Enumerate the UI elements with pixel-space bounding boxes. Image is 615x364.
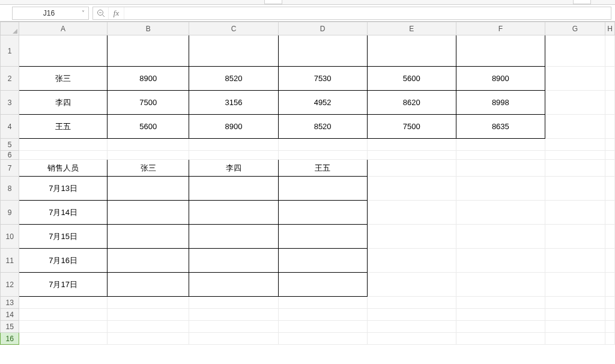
cell[interactable]: [545, 115, 605, 139]
t2-cell[interactable]: [278, 177, 367, 201]
row-header[interactable]: 5: [1, 139, 19, 151]
cell[interactable]: [367, 160, 456, 177]
cell[interactable]: [545, 160, 605, 177]
t1-val[interactable]: 8520: [189, 67, 278, 91]
cell[interactable]: [189, 309, 278, 321]
row-header[interactable]: 8: [1, 177, 19, 201]
t2-cell[interactable]: [189, 177, 278, 201]
cell[interactable]: [367, 225, 456, 249]
cell[interactable]: [605, 309, 615, 321]
cell[interactable]: [278, 333, 367, 345]
t1-head[interactable]: 2024/7/14: [189, 35, 278, 67]
col-header[interactable]: E: [367, 22, 456, 35]
spreadsheet-grid[interactable]: A B C D E F G H 1 日期 销量 姓名 2024/7/13 202…: [0, 22, 615, 345]
cell[interactable]: [456, 201, 545, 225]
cell[interactable]: [545, 91, 605, 115]
cell[interactable]: [545, 333, 605, 345]
cell[interactable]: [107, 151, 189, 160]
cell[interactable]: [189, 151, 278, 160]
col-header[interactable]: D: [278, 22, 367, 35]
fx-icon[interactable]: fx: [109, 7, 124, 19]
cell[interactable]: [278, 297, 367, 309]
zoom-minus-icon[interactable]: [93, 7, 109, 19]
t2-date[interactable]: 7月16日: [19, 249, 108, 273]
t2-date[interactable]: 7月14日: [19, 201, 108, 225]
cell[interactable]: [605, 321, 615, 333]
cell[interactable]: [367, 139, 456, 151]
col-header[interactable]: A: [19, 22, 108, 35]
row-header-active[interactable]: 16: [1, 333, 19, 345]
cell[interactable]: [367, 249, 456, 273]
cell[interactable]: [456, 321, 545, 333]
cell[interactable]: [605, 249, 615, 273]
t1-head[interactable]: 2024/7/16: [367, 35, 456, 67]
cell[interactable]: [278, 139, 367, 151]
row-header[interactable]: 2: [1, 67, 19, 91]
cell[interactable]: [605, 225, 615, 249]
select-all-corner[interactable]: [1, 22, 19, 35]
t2-cell[interactable]: [189, 201, 278, 225]
cell[interactable]: [545, 321, 605, 333]
t1-head[interactable]: 2024/7/15: [278, 35, 367, 67]
cell[interactable]: [456, 160, 545, 177]
t2-cell[interactable]: [278, 201, 367, 225]
row-header[interactable]: 6: [1, 151, 19, 160]
cell[interactable]: [545, 151, 605, 160]
t2-cell[interactable]: [278, 225, 367, 249]
cell[interactable]: [19, 321, 108, 333]
t2-cell[interactable]: [107, 225, 189, 249]
row-header[interactable]: 13: [1, 297, 19, 309]
t2-date[interactable]: 7月15日: [19, 225, 108, 249]
cell[interactable]: [605, 115, 615, 139]
cell[interactable]: [367, 297, 456, 309]
t2-cell[interactable]: [107, 177, 189, 201]
cell[interactable]: [367, 321, 456, 333]
cell[interactable]: [545, 139, 605, 151]
cell[interactable]: [545, 225, 605, 249]
t2-head[interactable]: 销售人员: [19, 160, 108, 177]
diag-header-cell[interactable]: 日期 销量 姓名: [19, 35, 108, 67]
t2-cell[interactable]: [278, 273, 367, 297]
row-header[interactable]: 7: [1, 160, 19, 177]
t2-date[interactable]: 7月13日: [19, 177, 108, 201]
cell[interactable]: [189, 333, 278, 345]
cell[interactable]: [545, 249, 605, 273]
t2-cell[interactable]: [107, 273, 189, 297]
t1-val[interactable]: 8620: [367, 91, 456, 115]
cell[interactable]: [545, 273, 605, 297]
cell[interactable]: [456, 249, 545, 273]
t1-val[interactable]: 5600: [107, 115, 189, 139]
cell[interactable]: [189, 321, 278, 333]
row-header[interactable]: 9: [1, 201, 19, 225]
t1-name[interactable]: 张三: [19, 67, 108, 91]
row-header[interactable]: 15: [1, 321, 19, 333]
cell[interactable]: [367, 273, 456, 297]
t2-cell[interactable]: [189, 249, 278, 273]
cell[interactable]: [189, 139, 278, 151]
cell[interactable]: [545, 177, 605, 201]
t2-head[interactable]: 张三: [107, 160, 189, 177]
t2-cell[interactable]: [278, 249, 367, 273]
cell[interactable]: [456, 151, 545, 160]
t1-val[interactable]: 4952: [278, 91, 367, 115]
cell[interactable]: [107, 139, 189, 151]
t1-val[interactable]: 8998: [456, 91, 545, 115]
cell[interactable]: [367, 201, 456, 225]
t1-val[interactable]: 8900: [456, 67, 545, 91]
row-header[interactable]: 1: [1, 35, 19, 67]
t2-cell[interactable]: [107, 201, 189, 225]
t2-cell[interactable]: [189, 225, 278, 249]
t1-head[interactable]: 2024/7/17: [456, 35, 545, 67]
formula-input[interactable]: [124, 7, 611, 19]
t2-head[interactable]: 李四: [189, 160, 278, 177]
cell[interactable]: [456, 225, 545, 249]
t1-val[interactable]: 8900: [107, 67, 189, 91]
cell[interactable]: [278, 151, 367, 160]
cell[interactable]: [605, 151, 615, 160]
cell[interactable]: [278, 321, 367, 333]
cell[interactable]: [367, 309, 456, 321]
col-header[interactable]: C: [189, 22, 278, 35]
cell[interactable]: [456, 333, 545, 345]
cell[interactable]: [605, 297, 615, 309]
cell[interactable]: [605, 201, 615, 225]
